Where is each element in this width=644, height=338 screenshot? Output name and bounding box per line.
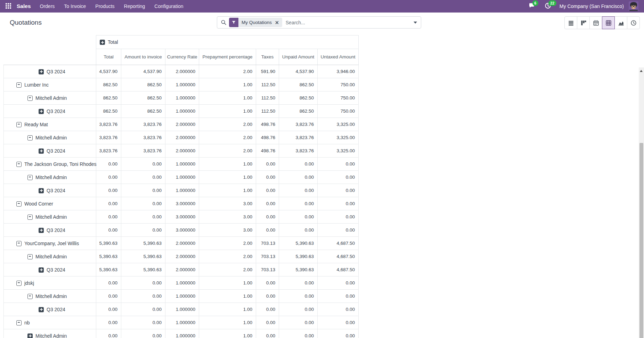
row-header-mitchell-admin[interactable]: Mitchell Admin xyxy=(4,91,96,105)
expand-column-icon[interactable] xyxy=(100,40,105,45)
search-input[interactable] xyxy=(282,20,409,25)
expand-row-icon[interactable] xyxy=(39,228,44,233)
row-header-mitchell-admin[interactable]: Mitchell Admin xyxy=(4,131,96,144)
row-label-text: Q3 2024 xyxy=(47,108,65,114)
row-header-mitchell-admin[interactable]: Mitchell Admin xyxy=(4,329,96,338)
column-group-total[interactable]: Total xyxy=(96,35,359,49)
row-header-yourcompany-joel-willis[interactable]: YourCompany, Joel Willis xyxy=(4,237,96,250)
search-icon xyxy=(221,19,227,25)
cell-value: 591.90 xyxy=(256,65,279,78)
row-header-q3-2024[interactable]: Q3 2024 xyxy=(4,303,96,316)
cell-value: 1.00 xyxy=(199,276,256,290)
row-header-lumber-inc[interactable]: Lumber Inc xyxy=(4,78,96,91)
row-header-q3-2024[interactable]: Q3 2024 xyxy=(4,65,96,78)
apps-grid-icon[interactable] xyxy=(6,3,12,9)
scrollbar-up-arrow[interactable] xyxy=(640,70,643,72)
expand-row-icon[interactable] xyxy=(39,267,44,273)
column-header-total[interactable]: Total xyxy=(96,49,121,65)
expand-row-icon[interactable] xyxy=(39,148,44,154)
view-activity-button[interactable] xyxy=(627,16,640,29)
activities-button[interactable]: 22 xyxy=(544,2,552,10)
cell-value: 862.50 xyxy=(121,91,165,105)
row-header-mitchell-admin[interactable]: Mitchell Admin xyxy=(4,290,96,303)
expand-row-icon[interactable] xyxy=(39,69,44,74)
vertical-scrollbar[interactable] xyxy=(639,67,644,338)
row-header-q3-2024[interactable]: Q3 2024 xyxy=(4,144,96,158)
collapse-row-icon[interactable] xyxy=(27,215,33,220)
nav-item-to-invoice[interactable]: To Invoice xyxy=(64,3,86,9)
collapse-row-icon[interactable] xyxy=(27,96,33,101)
collapse-row-icon[interactable] xyxy=(16,162,22,167)
cell-value: 703.13 xyxy=(256,237,279,250)
cell-value: 2.00 xyxy=(199,65,256,78)
row-header-wood-corner[interactable]: Wood Corner xyxy=(4,197,96,210)
column-header-taxes[interactable]: Taxes xyxy=(256,49,279,65)
collapse-row-icon[interactable] xyxy=(16,201,22,207)
cell-value: 5,390.63 xyxy=(121,250,165,263)
search-dropdown-toggle[interactable] xyxy=(409,17,421,28)
row-header-q3-2024[interactable]: Q3 2024 xyxy=(4,184,96,197)
row-header-mitchell-admin[interactable]: Mitchell Admin xyxy=(4,250,96,263)
cell-value: 0.00 xyxy=(279,210,318,224)
cell-value: 0.00 xyxy=(279,197,318,210)
cell-value: 0.00 xyxy=(318,197,359,210)
column-header-prepayment-percentage[interactable]: Prepayment percentage xyxy=(199,49,256,65)
row-header-the-jackson-group-toni-rhodes[interactable]: The Jackson Group, Toni Rhodes xyxy=(4,158,96,171)
row-label-text: Q3 2024 xyxy=(47,148,65,154)
view-pivot-button[interactable] xyxy=(602,16,615,29)
row-header-q3-2024[interactable]: Q3 2024 xyxy=(4,105,96,118)
cell-value: 1.000000 xyxy=(165,91,199,105)
app-name-sales[interactable]: Sales xyxy=(17,3,31,9)
expand-row-icon[interactable] xyxy=(39,307,44,312)
collapse-row-icon[interactable] xyxy=(16,241,22,246)
row-header-q3-2024[interactable]: Q3 2024 xyxy=(4,263,96,276)
row-header-jdskj[interactable]: jdskj xyxy=(4,276,96,290)
collapse-row-icon[interactable] xyxy=(16,82,22,88)
cell-value: 3,823.76 xyxy=(96,131,121,144)
row-label-text: Q3 2024 xyxy=(47,227,65,233)
nav-item-products[interactable]: Products xyxy=(95,3,114,9)
pivot-row: Ready Mat3,823.763,823.762.0000002.00498… xyxy=(4,118,359,131)
pivot-corner-cell xyxy=(4,35,96,65)
expand-row-icon[interactable] xyxy=(27,333,33,338)
cell-value: 112.50 xyxy=(256,105,279,118)
cell-value: 3,823.76 xyxy=(279,131,318,144)
expand-row-icon[interactable] xyxy=(39,188,44,193)
column-header-unpaid-amount[interactable]: Unpaid Amount xyxy=(279,49,318,65)
column-header-untaxed-amount[interactable]: Untaxed Amount xyxy=(318,49,359,65)
cell-value: 2.000000 xyxy=(165,144,199,158)
collapse-row-icon[interactable] xyxy=(16,281,22,286)
pivot-row: Q3 20244,537.904,537.902.0000002.00591.9… xyxy=(4,65,359,78)
row-header-mitchell-admin[interactable]: Mitchell Admin xyxy=(4,171,96,184)
top-navbar: Sales OrdersTo InvoiceProductsReportingC… xyxy=(0,0,644,13)
messages-button[interactable]: 6 xyxy=(528,2,536,10)
row-header-mitchell-admin[interactable]: Mitchell Admin xyxy=(4,210,96,224)
cell-value: 2.000000 xyxy=(165,237,199,250)
row-header-q3-2024[interactable]: Q3 2024 xyxy=(4,224,96,237)
row-header-ready-mat[interactable]: Ready Mat xyxy=(4,118,96,131)
scrollbar-thumb[interactable] xyxy=(639,143,643,338)
company-switcher[interactable]: My Company (San Francisco) xyxy=(560,3,624,9)
collapse-row-icon[interactable] xyxy=(27,254,33,259)
expand-row-icon[interactable] xyxy=(39,109,44,114)
nav-item-orders[interactable]: Orders xyxy=(40,3,55,9)
view-calendar-button[interactable] xyxy=(589,16,602,29)
view-graph-button[interactable] xyxy=(614,16,627,29)
view-list-button[interactable] xyxy=(564,16,577,29)
remove-filter-icon[interactable]: ✕ xyxy=(274,20,282,25)
collapse-row-icon[interactable] xyxy=(27,135,33,140)
collapse-row-icon[interactable] xyxy=(27,175,33,180)
collapse-row-icon[interactable] xyxy=(16,320,22,325)
collapse-row-icon[interactable] xyxy=(16,122,22,127)
nav-item-reporting[interactable]: Reporting xyxy=(124,3,145,9)
cell-value: 0.00 xyxy=(256,303,279,316)
column-header-currency-rate[interactable]: Currency Rate xyxy=(165,49,199,65)
column-header-amount-to-invoice[interactable]: Amount to invoice xyxy=(121,49,165,65)
cell-value: 498.76 xyxy=(256,144,279,158)
view-kanban-button[interactable] xyxy=(577,16,590,29)
collapse-row-icon[interactable] xyxy=(27,294,33,299)
nav-item-configuration[interactable]: Configuration xyxy=(154,3,183,9)
user-avatar[interactable] xyxy=(629,1,638,11)
row-header-nb[interactable]: nb xyxy=(4,316,96,329)
filter-facet[interactable]: My Quotations ✕ xyxy=(229,18,282,27)
